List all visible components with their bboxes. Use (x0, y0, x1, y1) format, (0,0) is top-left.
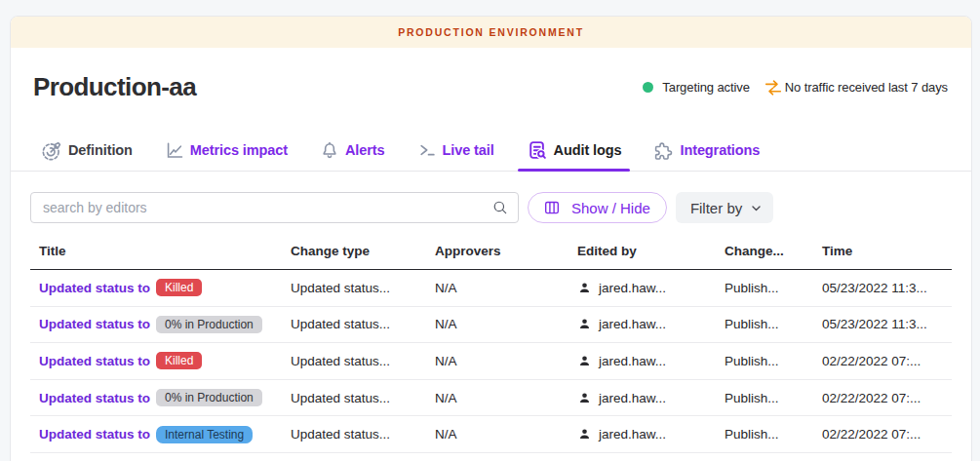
table-row: Updated status toKilledUpdated status...… (30, 270, 952, 307)
definition-icon (42, 140, 62, 161)
terminal-icon (417, 140, 437, 160)
time-cell: 05/23/2022 11:3... (813, 317, 952, 331)
audit-entry-link[interactable]: Updated status to (39, 427, 150, 442)
approvers-cell: N/A (426, 391, 568, 405)
audit-entry-link[interactable]: Updated status to (39, 317, 150, 331)
table-header-row: TitleChange typeApproversEdited byChange… (30, 233, 952, 270)
chevron-down-icon (748, 200, 764, 216)
tab-audit-logs[interactable]: Audit logs (518, 136, 631, 171)
change-cell: Publish... (716, 427, 813, 442)
change-cell: Publish... (716, 281, 813, 295)
edited-by-cell: jared.haw... (568, 354, 716, 368)
change-type-cell: Updated status... (282, 427, 426, 442)
title-cell: Updated status toInternal Testing (30, 426, 282, 443)
change-type-cell: Updated status... (282, 354, 426, 368)
time-cell: 02/22/2022 07:... (813, 354, 952, 368)
table-row: Updated status toKilledUpdated status...… (30, 343, 952, 380)
targeting-status: Targeting active (643, 80, 749, 95)
column-header: Change... (716, 244, 813, 258)
tab-label: Definition (68, 142, 133, 158)
change-cell: Publish... (716, 317, 813, 331)
toolbar: Show / Hide Filter by (11, 192, 971, 223)
audit-entry-link[interactable]: Updated status to (39, 391, 150, 405)
bell-icon (320, 140, 339, 160)
tab-live-tail[interactable]: Live tail (409, 136, 503, 171)
editor-name: jared.haw... (599, 391, 666, 405)
status-badge: Killed (156, 352, 202, 369)
tab-label: Integrations (680, 142, 760, 158)
table-row: Updated status toInternal TestingUpdated… (30, 416, 952, 453)
approvers-cell: N/A (426, 281, 568, 295)
time-cell: 05/23/2022 11:3... (813, 281, 952, 295)
page-title: Production-aa (33, 72, 196, 102)
traffic-arrows-icon (764, 78, 783, 97)
status-group: Targeting active No traffic received las… (643, 78, 948, 97)
show-hide-button[interactable]: Show / Hide (528, 192, 667, 223)
change-cell: Publish... (716, 391, 813, 405)
tab-label: Metrics impact (190, 142, 288, 158)
tab-metrics-impact[interactable]: Metrics impact (156, 136, 296, 171)
column-header: Edited by (568, 244, 716, 258)
title-cell: Updated status toKilled (30, 352, 282, 369)
change-type-cell: Updated status... (282, 281, 426, 295)
approvers-cell: N/A (426, 427, 568, 442)
filter-by-label: Filter by (690, 200, 742, 216)
columns-icon (543, 199, 561, 216)
filter-by-button[interactable]: Filter by (676, 192, 773, 223)
tab-alerts[interactable]: Alerts (311, 136, 394, 171)
status-badge: 0% in Production (156, 316, 262, 333)
person-icon (577, 354, 592, 368)
green-dot-icon (643, 82, 653, 93)
edited-by-cell: jared.haw... (568, 427, 716, 442)
table-row: Updated status to0% in ProductionUpdated… (30, 380, 952, 417)
tab-integrations[interactable]: Integrations (645, 136, 768, 171)
status-badge: Killed (156, 279, 202, 296)
title-cell: Updated status toKilled (30, 279, 282, 296)
environment-banner-label: PRODUCTION ENVIRONMENT (398, 26, 584, 38)
search-box (30, 192, 519, 223)
search-icon (491, 199, 509, 220)
status-badge: 0% in Production (156, 389, 262, 406)
edited-by-cell: jared.haw... (568, 317, 716, 331)
tab-label: Alerts (345, 142, 385, 158)
title-cell: Updated status to0% in Production (30, 316, 282, 333)
search-input[interactable] (30, 192, 519, 223)
edited-by-cell: jared.haw... (568, 281, 716, 295)
audit-entry-link[interactable]: Updated status to (39, 354, 150, 368)
column-header: Title (30, 244, 282, 258)
targeting-status-label: Targeting active (662, 80, 749, 95)
metrics-impact-icon (165, 140, 184, 160)
editor-name: jared.haw... (599, 317, 666, 331)
column-header: Approvers (426, 244, 568, 258)
edited-by-cell: jared.haw... (568, 391, 716, 405)
change-cell: Publish... (716, 354, 813, 368)
tab-label: Live tail (443, 142, 494, 158)
column-header: Change type (282, 244, 426, 258)
editor-name: jared.haw... (599, 427, 666, 442)
show-hide-label: Show / Hide (571, 200, 650, 216)
table-row: Updated status to0% in ProductionUpdated… (30, 307, 952, 344)
tab-definition[interactable]: Definition (33, 136, 141, 171)
time-cell: 02/22/2022 07:... (813, 391, 952, 405)
audit-entry-link[interactable]: Updated status to (39, 281, 150, 295)
column-header: Time (813, 244, 952, 258)
flag-detail-card: PRODUCTION ENVIRONMENT Production-aa Tar… (10, 16, 972, 461)
change-type-cell: Updated status... (282, 317, 426, 331)
time-cell: 02/22/2022 07:... (813, 427, 952, 442)
audit-logs-icon (527, 139, 548, 161)
approvers-cell: N/A (426, 354, 568, 368)
audit-log-table: TitleChange typeApproversEdited byChange… (30, 233, 952, 453)
editor-name: jared.haw... (599, 354, 666, 368)
approvers-cell: N/A (426, 317, 568, 331)
person-icon (577, 281, 592, 295)
change-type-cell: Updated status... (282, 391, 426, 405)
person-icon (577, 317, 592, 331)
person-icon (577, 427, 592, 442)
page-header: Production-aa Targeting active No traffi… (11, 71, 971, 103)
tab-bar: DefinitionMetrics impactAlertsLive tailA… (11, 136, 971, 172)
traffic-status-label: No traffic received last 7 days (785, 80, 948, 95)
title-cell: Updated status to0% in Production (30, 389, 282, 406)
editor-name: jared.haw... (599, 281, 666, 295)
person-icon (577, 391, 592, 405)
status-badge: Internal Testing (156, 426, 253, 443)
